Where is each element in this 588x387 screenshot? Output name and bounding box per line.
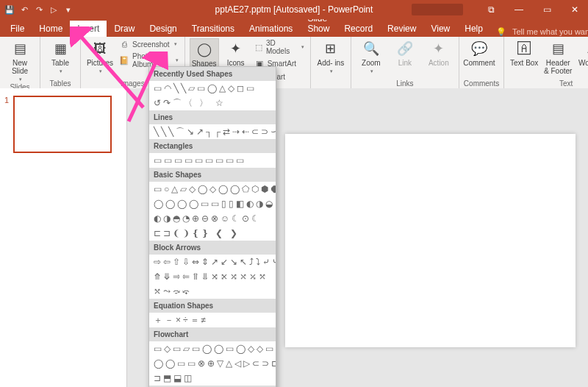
new-slide-button[interactable]: ▤ New Slide <box>4 38 35 82</box>
zoom-icon: 🔍 <box>362 40 380 57</box>
shapes-row[interactable]: ◯◯◯◯▭▭▯▯◧◐◑◒ <box>149 196 276 211</box>
shapes-row[interactable]: ◯◯▭▭⊗⊕▽△◁▷⊂⊃⊏ <box>149 356 276 371</box>
action-icon: ✦ <box>430 40 448 57</box>
zoom-button[interactable]: 🔍Zoom <box>356 38 387 74</box>
shapes-row[interactable]: ＋－×÷＝≠ <box>149 313 276 327</box>
group-tables-label: Tables <box>45 79 76 88</box>
wordart-button[interactable]: AWordArt <box>576 38 588 74</box>
table-icon: ▦ <box>51 40 69 57</box>
pictures-icon: 🖼 <box>91 40 109 57</box>
shapes-row[interactable]: ⊏⊐❨❩❴❵ ❮ ❯ <box>149 226 276 241</box>
group-slides: ▤ New Slide Slides <box>0 37 40 88</box>
shapes-row[interactable]: ⤲⤳⤼⤽ <box>149 284 276 299</box>
undo-icon[interactable]: ↶ <box>19 4 29 15</box>
qat-more-icon[interactable]: ▾ <box>63 4 74 15</box>
group-addins: ⊞ Add- ins <box>311 37 351 88</box>
3d-models-button[interactable]: ⬚3D Models <box>253 38 306 56</box>
photo-album-icon: 📔 <box>119 55 129 65</box>
shapes-gallery-flyout[interactable]: Recently Used Shapes▭◠╲╲▱▭◯△◇◻▭↺↷⌒〈 〉 ☆L… <box>148 66 276 387</box>
workspace: 1 <box>0 88 588 387</box>
save-icon[interactable]: 💾 <box>4 4 15 15</box>
tell-me-search[interactable]: 💡 <box>496 26 588 37</box>
user-account-chip[interactable] <box>412 4 463 15</box>
slide[interactable] <box>285 134 576 347</box>
start-slideshow-icon[interactable]: ▷ <box>49 4 59 15</box>
slide-number: 1 <box>4 96 9 153</box>
tab-animations[interactable]: Animations <box>242 21 300 37</box>
header-footer-button[interactable]: ▤Header & Footer <box>542 38 573 75</box>
icons-button[interactable]: ✦ Icons <box>222 38 250 67</box>
group-text-label: Text <box>509 79 588 88</box>
shapes-icon: ◯ <box>196 40 213 58</box>
shapes-row[interactable]: ╲╲╲⌒↘↗┐┌⇄⇢⇠⊂⊃∽ <box>149 124 276 139</box>
screenshot-icon: ⎙ <box>119 39 129 49</box>
textbox-icon: 🄰 <box>515 40 533 57</box>
cube-icon: ⬚ <box>254 42 263 52</box>
shapes-row[interactable]: ⊐⬒⬓◫ <box>149 371 276 386</box>
ribbon-tabs: File Home Insert Draw Design Transitions… <box>0 19 588 37</box>
header-icon: ▤ <box>549 40 567 57</box>
group-comments: 💬Comment Comments <box>459 37 504 88</box>
group-links: 🔍Zoom 🔗Link ✦Action Links <box>351 37 459 88</box>
slide-thumbnail-1[interactable]: 1 <box>4 96 122 153</box>
window-maximize-button[interactable]: ▭ <box>534 0 560 19</box>
tab-home[interactable]: Home <box>32 21 70 37</box>
ribbon-options-icon[interactable]: ⧉ <box>478 0 504 19</box>
tab-draw[interactable]: Draw <box>107 21 142 37</box>
tab-review[interactable]: Review <box>380 21 423 37</box>
shapes-section-header: Flowchart <box>149 327 276 341</box>
group-links-label: Links <box>356 79 454 88</box>
addins-icon: ⊞ <box>322 40 340 57</box>
wordart-icon: A <box>583 40 588 57</box>
title-bar: 💾 ↶ ↷ ▷ ▾ pptAE27.pptm [Autosaved] - Pow… <box>0 0 588 19</box>
shapes-section-header: Equation Shapes <box>149 299 276 313</box>
tab-transitions[interactable]: Transitions <box>184 21 242 37</box>
comment-icon: 💬 <box>470 40 488 57</box>
shapes-section-header: Lines <box>149 110 276 124</box>
group-text: 🄰Text Box ▤Header & Footer AWordArt 🕒 # … <box>504 37 588 88</box>
shapes-row[interactable]: ▭○△▱◇◯◇◯◯⬠⬡⬢⯃ <box>149 182 276 196</box>
tab-help[interactable]: Help <box>457 21 490 37</box>
addins-button[interactable]: ⊞ Add- ins <box>315 38 346 74</box>
lightbulb-icon: 💡 <box>496 27 506 37</box>
shapes-row[interactable]: ⇨⇦⇧⇩⇔⇕↗↙↘↖⤴⤵⤶⤷ <box>149 255 276 269</box>
tell-me-input[interactable] <box>511 26 588 37</box>
screenshot-button[interactable]: ⎙Screenshot <box>118 38 180 50</box>
comment-button[interactable]: 💬Comment <box>464 38 495 67</box>
window-minimize-button[interactable]: — <box>506 0 532 19</box>
shapes-row[interactable]: ▭▭▭▭▭▭▭▭▭ <box>149 153 276 168</box>
window-close-button[interactable]: ✕ <box>562 0 588 19</box>
ribbon: ▤ New Slide Slides ▦ Table Tables 🖼 Pict… <box>0 37 588 89</box>
link-button[interactable]: 🔗Link <box>390 38 420 67</box>
link-icon: 🔗 <box>396 40 414 57</box>
redo-icon[interactable]: ↷ <box>34 4 44 15</box>
text-box-button[interactable]: 🄰Text Box <box>509 38 539 67</box>
action-button[interactable]: ✦Action <box>423 38 454 67</box>
group-comments-label: Comments <box>464 79 499 88</box>
tab-view[interactable]: View <box>423 21 457 37</box>
pictures-button[interactable]: 🖼 Pictures <box>85 38 115 74</box>
shapes-row[interactable]: ▭◇▭▱▭◯◯▭◯◇◇▭ <box>149 341 276 356</box>
shapes-row[interactable]: ⤊⤋⥤⥢⥣⥥⤨⤪⤮⤯⤰⤱ <box>149 269 276 284</box>
shapes-section-header: Basic Shapes <box>149 168 276 182</box>
new-slide-icon: ▤ <box>11 40 29 57</box>
shapes-section-header: Rectangles <box>149 139 276 153</box>
shapes-section-header: Block Arrows <box>149 241 276 255</box>
tab-record[interactable]: Record <box>337 21 380 37</box>
icons-icon: ✦ <box>227 40 245 57</box>
tab-design[interactable]: Design <box>142 21 184 37</box>
group-tables: ▦ Table Tables <box>40 37 81 88</box>
slide-thumbnail-panel[interactable]: 1 <box>0 88 127 387</box>
tab-file[interactable]: File <box>3 21 32 37</box>
tab-insert[interactable]: Insert <box>70 21 107 37</box>
shapes-row[interactable]: ◐◑◓◔⊕⊖⊗☺☾⊙☾ <box>149 211 276 226</box>
shapes-row[interactable]: ▭◠╲╲▱▭◯△◇◻▭ <box>149 81 276 96</box>
quick-access-toolbar: 💾 ↶ ↷ ▷ ▾ <box>0 4 78 15</box>
shapes-row[interactable]: ↺↷⌒〈 〉 ☆ <box>149 96 276 110</box>
shapes-section-header: Recently Used Shapes <box>149 67 276 81</box>
table-button[interactable]: ▦ Table <box>45 38 76 74</box>
slide-thumbnail[interactable] <box>13 96 112 153</box>
